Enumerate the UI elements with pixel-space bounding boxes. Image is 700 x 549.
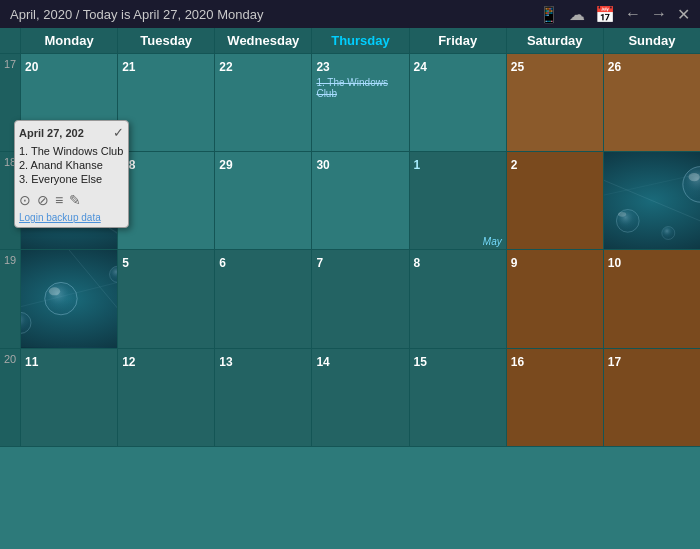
cell-may-11[interactable]: 11 bbox=[20, 349, 117, 447]
day-header-thursday: Thursday bbox=[311, 28, 408, 53]
popup-actions: ⊙ ⊘ ≡ ✎ bbox=[19, 192, 124, 208]
cell-may-14[interactable]: 14 bbox=[311, 349, 408, 447]
cell-may-7[interactable]: 7 bbox=[311, 250, 408, 348]
cell-may-9[interactable]: 9 bbox=[506, 250, 603, 348]
day-header-wednesday: Wednesday bbox=[214, 28, 311, 53]
svg-point-22 bbox=[45, 283, 77, 315]
cell-apr-24[interactable]: 24 bbox=[409, 54, 506, 152]
popup-action-edit[interactable]: ✎ bbox=[69, 192, 81, 208]
week-num-19: 19 bbox=[0, 250, 20, 348]
popup-event-3: 3. Everyone Else bbox=[19, 172, 124, 186]
popup-date: April 27, 202 bbox=[19, 127, 84, 139]
day-headers: Monday Tuesday Wednesday Thursday Friday… bbox=[0, 28, 700, 54]
cell-may-10[interactable]: 10 bbox=[603, 250, 700, 348]
may-label: May bbox=[483, 236, 502, 247]
popup-event-1: 1. The Windows Club bbox=[19, 144, 124, 158]
day-header-saturday: Saturday bbox=[506, 28, 603, 53]
popup-action-circle[interactable]: ⊙ bbox=[19, 192, 31, 208]
close-icon[interactable]: ✕ bbox=[677, 5, 690, 24]
day-header-monday: Monday bbox=[20, 28, 117, 53]
bubble-bg-2 bbox=[604, 152, 700, 249]
cell-may-13[interactable]: 13 bbox=[214, 349, 311, 447]
arrow-right-icon[interactable]: → bbox=[651, 5, 667, 23]
header-icons: 📱 ☁ 📅 ← → ✕ bbox=[539, 5, 690, 24]
popup-header: April 27, 202 ✓ bbox=[19, 125, 124, 140]
cell-may-1[interactable]: 1 May bbox=[409, 152, 506, 250]
event-apr-23: 1. The Windows Club bbox=[316, 77, 404, 99]
cell-may-12[interactable]: 12 bbox=[117, 349, 214, 447]
bubble-bg-3 bbox=[21, 250, 117, 347]
cell-apr-23[interactable]: 23 1. The Windows Club bbox=[311, 54, 408, 152]
cell-may-2[interactable]: 2 bbox=[506, 152, 603, 250]
week-num-spacer bbox=[0, 28, 20, 53]
svg-point-17 bbox=[688, 173, 699, 181]
cell-apr-25[interactable]: 25 bbox=[506, 54, 603, 152]
day-header-sunday: Sunday bbox=[603, 28, 700, 53]
cell-apr-29[interactable]: 29 bbox=[214, 152, 311, 250]
cell-may-5[interactable]: 5 bbox=[117, 250, 214, 348]
cell-may-6[interactable]: 6 bbox=[214, 250, 311, 348]
cell-apr-21[interactable]: 21 bbox=[117, 54, 214, 152]
cell-may-16[interactable]: 16 bbox=[506, 349, 603, 447]
cell-may-3-bubble[interactable] bbox=[603, 152, 700, 250]
cell-may-4-bubble[interactable] bbox=[20, 250, 117, 348]
day-header-tuesday: Tuesday bbox=[117, 28, 214, 53]
cell-may-17[interactable]: 17 bbox=[603, 349, 700, 447]
cell-apr-30[interactable]: 30 bbox=[311, 152, 408, 250]
cell-apr-22[interactable]: 22 bbox=[214, 54, 311, 152]
popup-check-icon[interactable]: ✓ bbox=[113, 125, 124, 140]
popup-login[interactable]: Login backup data bbox=[19, 212, 124, 223]
popup-action-ban[interactable]: ⊘ bbox=[37, 192, 49, 208]
header: April, 2020 / Today is April 27, 2020 Mo… bbox=[0, 0, 700, 28]
popup-action-list[interactable]: ≡ bbox=[55, 192, 63, 208]
cell-may-8[interactable]: 8 bbox=[409, 250, 506, 348]
cell-apr-26[interactable]: 26 bbox=[603, 54, 700, 152]
calendar-icon[interactable]: 📅 bbox=[595, 5, 615, 24]
arrow-left-icon[interactable]: ← bbox=[625, 5, 641, 23]
cloud-icon[interactable]: ☁ bbox=[569, 5, 585, 24]
week-num-20: 20 bbox=[0, 349, 20, 447]
svg-point-16 bbox=[662, 227, 675, 240]
svg-point-25 bbox=[49, 288, 60, 296]
day-header-friday: Friday bbox=[409, 28, 506, 53]
cell-may-15[interactable]: 15 bbox=[409, 349, 506, 447]
popup-event-2: 2. Anand Khanse bbox=[19, 158, 124, 172]
popup-events: 1. The Windows Club 2. Anand Khanse 3. E… bbox=[19, 144, 124, 186]
phone-icon[interactable]: 📱 bbox=[539, 5, 559, 24]
header-title: April, 2020 / Today is April 27, 2020 Mo… bbox=[10, 7, 263, 22]
popup: April 27, 202 ✓ 1. The Windows Club 2. A… bbox=[14, 120, 129, 228]
svg-point-18 bbox=[618, 212, 626, 217]
cell-apr-28[interactable]: 28 bbox=[117, 152, 214, 250]
